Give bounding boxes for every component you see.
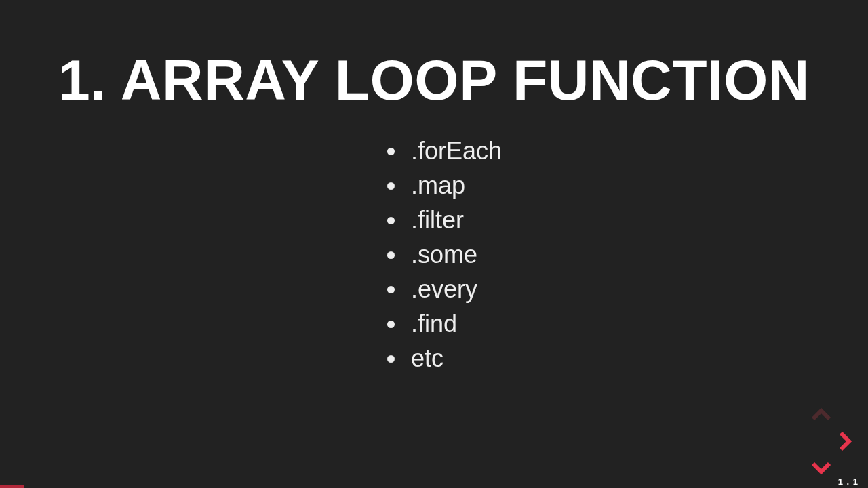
chevron-right-icon: [833, 429, 857, 453]
list-item: .map: [407, 168, 502, 203]
slide-title: 1. ARRAY LOOP FUNCTION: [58, 47, 810, 113]
list-item: .filter: [407, 203, 502, 237]
list-item: .some: [407, 237, 502, 272]
slide-nav: [784, 404, 859, 479]
nav-up-button[interactable]: [808, 401, 835, 428]
list-item: .forEach: [407, 134, 502, 168]
list-item: etc: [407, 341, 502, 375]
slide-number: 1 . 1: [838, 476, 859, 487]
bullet-list: .forEach .map .filter .some .every .find…: [380, 134, 502, 376]
slide: 1. ARRAY LOOP FUNCTION .forEach .map .fi…: [0, 0, 868, 488]
chevron-down-icon: [809, 455, 833, 480]
list-item: .find: [407, 306, 502, 341]
list-item: .every: [407, 272, 502, 306]
nav-right-button[interactable]: [831, 428, 859, 455]
progress-bar: [0, 485, 24, 488]
chevron-up-icon: [809, 403, 833, 427]
nav-down-button[interactable]: [808, 454, 835, 481]
